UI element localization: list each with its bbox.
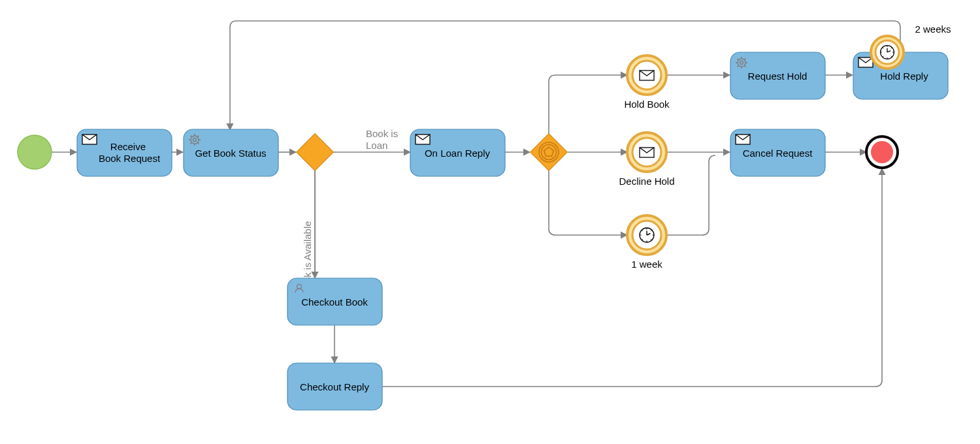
flow-evg-holdbook [549,75,627,134]
flow-checkoutreply-end [382,168,882,387]
task-receive-book-request: Receive Book Request Receive Book Reques… [77,129,172,176]
task-checkout-reply: Checkout Reply [287,363,382,410]
flow-1week-cancel [667,155,715,235]
message-icon [736,135,750,144]
task-checkout-book: Checkout Book [287,278,382,325]
task-cancel-request: Cancel Request [730,129,825,176]
svg-point-55 [871,141,893,163]
message-icon [858,57,873,67]
svg-text:Cancel Request: Cancel Request [743,148,813,159]
message-icon [416,135,430,144]
flow-evg-1week [549,170,627,235]
svg-point-24 [18,135,52,169]
svg-rect-33 [531,134,568,171]
task-request-hold: Request Hold [730,52,825,99]
message-icon [640,71,654,80]
svg-text:On Loan Reply: On Loan Reply [425,148,491,159]
gateway-exclusive [297,134,334,171]
event-one-week: 1 week [627,215,666,270]
label-book-is-loan: Book is Loan [366,128,400,151]
message-icon [640,148,654,157]
svg-text:Decline Hold: Decline Hold [619,176,674,187]
svg-text:Checkout Book: Checkout Book [301,296,368,308]
svg-text:Checkout Reply: Checkout Reply [300,381,369,392]
clock-icon [640,228,654,242]
svg-rect-30 [297,134,334,171]
svg-text:Get Book Status: Get Book Status [195,148,266,159]
svg-text:1 week: 1 week [631,259,662,270]
clock-icon [881,46,894,59]
event-decline-hold: Decline Hold [619,133,674,187]
svg-text:2 weeks: 2 weeks [915,24,951,35]
svg-text:Hold Reply: Hold Reply [880,71,928,82]
task-on-loan-reply: On Loan Reply [410,129,505,176]
svg-text:Hold Book: Hold Book [624,99,670,110]
svg-text:Request Hold: Request Hold [748,71,808,82]
event-hold-book: Hold Book [624,56,670,110]
gateway-event-based [531,134,568,171]
message-icon [82,135,97,144]
end-event [866,136,898,168]
task-get-book-status: Get Book Status [184,129,278,176]
start-event [18,135,52,169]
